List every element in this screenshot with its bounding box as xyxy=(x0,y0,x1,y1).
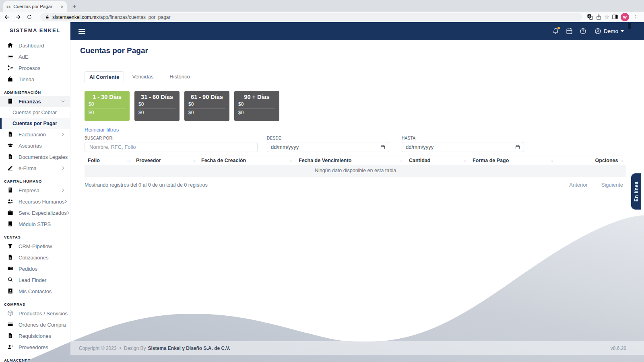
sidebar-item-label: Asesorías xyxy=(19,143,42,149)
translate-icon[interactable] xyxy=(587,14,593,20)
card-title: 1 - 30 Días xyxy=(89,94,126,100)
new-tab-button[interactable]: + xyxy=(72,1,76,12)
notification-dot xyxy=(557,27,560,29)
sidebar-item-mis-contactos[interactable]: Mis Contactos xyxy=(0,286,70,297)
app-footer: Copyright © 2023 • Design By Sistema Enk… xyxy=(70,341,644,355)
card-61-90-dias[interactable]: 61 - 90 Días $0 $0 xyxy=(184,91,229,121)
chevron-right-icon xyxy=(62,166,64,170)
column-header-proveedor[interactable]: Proveedor xyxy=(133,156,198,165)
pagination: Anterior Siguiente xyxy=(569,182,623,188)
date-to-input[interactable]: dd/mm/yyyy xyxy=(402,142,524,152)
browser-menu-icon[interactable]: ⋮ xyxy=(632,14,640,20)
browser-tab[interactable]: SE Cuentas por Pagar × xyxy=(3,1,67,12)
search-label: BUSCAR POR: xyxy=(85,136,258,140)
sidebar-item-pedidos[interactable]: Pedidos xyxy=(0,263,70,274)
card-31-60-dias[interactable]: 31 - 60 Días $0 $0 xyxy=(134,91,180,121)
side-panel-icon[interactable] xyxy=(612,14,618,20)
sidebar-item-facturacion[interactable]: Facturación xyxy=(0,129,70,140)
search-field-wrapper xyxy=(85,142,258,152)
search-input[interactable] xyxy=(89,144,254,150)
sidebar-item-documentos-legales[interactable]: Documentos Legales xyxy=(0,151,70,162)
users-icon xyxy=(7,198,14,205)
sidebar-item-label: Pedidos xyxy=(19,266,37,272)
sidebar-item-lead-finder[interactable]: Lead Finder xyxy=(0,274,70,286)
sort-icon[interactable] xyxy=(400,158,403,162)
sidebar-item-asesorias[interactable]: Asesorías xyxy=(0,140,70,151)
sort-icon[interactable] xyxy=(192,158,195,162)
sort-icon[interactable] xyxy=(290,158,293,162)
sidebar-item-label: Facturación xyxy=(19,132,46,138)
sidebar-item-dashboard[interactable]: Dashboard xyxy=(0,40,70,51)
online-chat-tab[interactable]: En línea xyxy=(631,173,641,210)
sort-icon[interactable] xyxy=(127,158,130,162)
sidebar-item-label: Serv. Especializados xyxy=(19,210,67,216)
sort-icon[interactable] xyxy=(464,158,466,162)
next-page-button[interactable]: Siguiente xyxy=(601,182,623,188)
sidebar-item-cotizaciones[interactable]: Cotizaciones xyxy=(0,252,70,263)
sidebar-item-label: Documentos Legales xyxy=(19,154,68,160)
tab-close-icon[interactable]: × xyxy=(60,4,64,9)
previous-page-button[interactable]: Anterior xyxy=(569,182,588,188)
sidebar-item-empresa[interactable]: Empresa xyxy=(0,185,70,196)
date-from-input[interactable]: dd/mm/yyyy xyxy=(267,142,389,152)
reset-filters-link[interactable]: Reiniciar filtros xyxy=(85,127,119,133)
sidebar-item-crm-pipeflow[interactable]: CRM-Pipeflow xyxy=(0,241,70,252)
card-1-30-dias[interactable]: 1 - 30 Días $0 $0 xyxy=(85,91,130,121)
bookmark-star-icon[interactable]: ☆ xyxy=(604,14,609,20)
calendar-picker-icon[interactable] xyxy=(380,145,385,150)
tab-historico[interactable]: Histórico xyxy=(161,71,198,83)
sidebar-item-modulo-stps[interactable]: Módulo STPS xyxy=(0,218,70,230)
column-header-folio[interactable]: Folio xyxy=(85,156,133,165)
address-bar[interactable]: sistemaenkel.com.mx/app/finanzas/cuentas… xyxy=(40,13,582,21)
card-amount-bottom: $0 xyxy=(188,109,225,117)
scrollbar-thumb[interactable] xyxy=(628,23,631,29)
back-icon[interactable] xyxy=(4,14,13,20)
sidebar-item-recursos-humanos[interactable]: Recursos Humanos xyxy=(0,196,70,207)
sidebar-subitem-cuentas-por-pagar[interactable]: Cuentas por Pagar xyxy=(0,118,70,129)
bell-icon[interactable] xyxy=(552,28,559,35)
sort-icon[interactable] xyxy=(621,158,623,162)
sidebar-subitem-cuentas-por-cobrar[interactable]: Cuentas por Cobrar xyxy=(0,107,70,118)
sidebar-item-proveedores[interactable]: Proveedores xyxy=(0,341,70,353)
sidebar-item-efirma[interactable]: e-Firma xyxy=(0,162,70,174)
tab-al-corriente[interactable]: Al Corriente xyxy=(85,71,124,83)
column-header-cantidad[interactable]: Cantidad xyxy=(406,156,469,165)
sidebar-item-finanzas[interactable]: Finanzas xyxy=(0,96,70,107)
app-version: v8.6.26 xyxy=(611,346,626,351)
user-menu[interactable]: Demo xyxy=(594,28,624,35)
share-icon[interactable] xyxy=(596,14,602,20)
sort-icon[interactable] xyxy=(551,158,553,162)
sidebar-item-tienda[interactable]: Tienda xyxy=(0,74,70,85)
help-icon[interactable] xyxy=(580,28,586,35)
requisition-icon xyxy=(7,333,14,339)
forward-icon[interactable] xyxy=(15,14,24,20)
home-icon xyxy=(7,42,14,49)
date-from-label: DESDE: xyxy=(267,136,389,140)
book-icon xyxy=(7,221,14,227)
column-header-opciones[interactable]: Opciones xyxy=(556,156,626,165)
card-90-plus-dias[interactable]: 90 + Días $0 $0 xyxy=(234,91,279,121)
column-header-fecha-vencimiento[interactable]: Fecha de Vencimiento xyxy=(295,156,406,165)
table-header-row: Folio Proveedor Fecha de Creación Fecha … xyxy=(85,156,626,165)
tab-vencidas[interactable]: Vencidas xyxy=(124,71,161,83)
chevron-right-icon xyxy=(62,188,64,192)
calendar-icon[interactable] xyxy=(566,28,573,35)
column-header-fecha-creacion[interactable]: Fecha de Creación xyxy=(198,156,295,165)
hamburger-menu-icon[interactable] xyxy=(78,29,85,34)
sidebar-item-ordenes-de-compra[interactable]: Ordenes de Compra xyxy=(0,319,70,330)
card-icon xyxy=(7,321,14,328)
sidebar-item-procesos[interactable]: Procesos xyxy=(0,62,70,74)
reload-icon[interactable] xyxy=(27,14,35,20)
sidebar-item-requisiciones[interactable]: Requisiciones xyxy=(0,330,70,341)
sidebar-item-label: Requisiciones xyxy=(19,333,51,339)
sidebar-item-label: Procesos xyxy=(19,65,40,71)
sidebar-item-productos-servicios[interactable]: Productos / Servicios xyxy=(0,308,70,319)
sidebar-item-ade[interactable]: AdE xyxy=(0,51,70,62)
site-favicon: SE xyxy=(6,5,10,8)
browser-profile-avatar[interactable]: w xyxy=(621,13,629,21)
sidebar-item-serv-especializados[interactable]: Serv. Especializados xyxy=(0,207,70,218)
sidebar-item-label: Mis Contactos xyxy=(19,288,52,294)
page-content: Al Corriente Vencidas Histórico 1 - 30 D… xyxy=(70,61,644,362)
calendar-picker-icon[interactable] xyxy=(515,145,520,150)
column-header-forma-de-pago[interactable]: Forma de Pago xyxy=(469,156,556,165)
